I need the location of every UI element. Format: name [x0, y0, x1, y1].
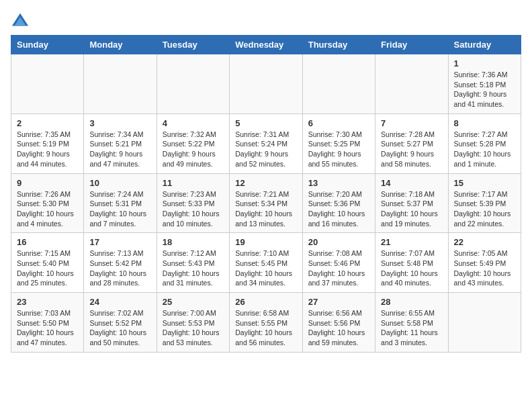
calendar-cell: 25Sunrise: 7:00 AM Sunset: 5:53 PM Dayli…	[157, 293, 229, 353]
day-number: 28	[381, 297, 442, 307]
day-info: Sunrise: 6:56 AM Sunset: 5:56 PM Dayligh…	[308, 308, 369, 348]
day-info: Sunrise: 7:24 AM Sunset: 5:31 PM Dayligh…	[89, 189, 150, 229]
calendar-cell: 28Sunrise: 6:55 AM Sunset: 5:58 PM Dayli…	[375, 293, 448, 353]
day-number: 26	[235, 297, 296, 307]
day-info: Sunrise: 7:18 AM Sunset: 5:37 PM Dayligh…	[381, 189, 442, 229]
day-info: Sunrise: 7:32 AM Sunset: 5:22 PM Dayligh…	[163, 130, 224, 169]
day-info: Sunrise: 7:21 AM Sunset: 5:34 PM Dayligh…	[235, 189, 296, 229]
day-number: 24	[89, 297, 150, 307]
day-number: 16	[17, 237, 78, 247]
calendar-cell: 20Sunrise: 7:08 AM Sunset: 5:46 PM Dayli…	[302, 233, 375, 293]
day-number: 9	[17, 178, 78, 188]
day-number: 13	[308, 178, 369, 188]
day-of-week-header: Thursday	[302, 36, 375, 54]
day-info: Sunrise: 6:55 AM Sunset: 5:58 PM Dayligh…	[381, 308, 442, 348]
day-number: 25	[163, 297, 224, 307]
day-info: Sunrise: 7:10 AM Sunset: 5:45 PM Dayligh…	[235, 248, 296, 288]
day-number: 12	[235, 178, 296, 188]
calendar-cell: 8Sunrise: 7:27 AM Sunset: 5:28 PM Daylig…	[448, 113, 521, 173]
calendar-cell: 5Sunrise: 7:31 AM Sunset: 5:24 PM Daylig…	[230, 113, 302, 173]
day-of-week-header: Sunday	[11, 36, 84, 54]
day-info: Sunrise: 7:26 AM Sunset: 5:30 PM Dayligh…	[17, 189, 78, 229]
day-info: Sunrise: 7:00 AM Sunset: 5:53 PM Dayligh…	[163, 308, 224, 348]
logo-icon	[11, 11, 30, 30]
day-number: 23	[17, 297, 78, 307]
calendar-cell	[230, 54, 302, 114]
day-of-week-header: Wednesday	[230, 36, 302, 54]
calendar-cell: 9Sunrise: 7:26 AM Sunset: 5:30 PM Daylig…	[11, 173, 84, 233]
day-number: 22	[454, 237, 515, 247]
day-number: 1	[454, 58, 515, 68]
day-number: 5	[235, 118, 296, 128]
calendar-cell: 12Sunrise: 7:21 AM Sunset: 5:34 PM Dayli…	[230, 173, 302, 233]
calendar-cell: 22Sunrise: 7:05 AM Sunset: 5:49 PM Dayli…	[448, 233, 521, 293]
calendar-cell: 14Sunrise: 7:18 AM Sunset: 5:37 PM Dayli…	[375, 173, 448, 233]
calendar-cell	[448, 293, 521, 353]
calendar-cell	[302, 54, 375, 114]
day-of-week-header: Monday	[84, 36, 157, 54]
calendar-cell: 6Sunrise: 7:30 AM Sunset: 5:25 PM Daylig…	[302, 113, 375, 173]
day-info: Sunrise: 6:58 AM Sunset: 5:55 PM Dayligh…	[235, 308, 296, 348]
day-number: 18	[163, 237, 224, 247]
calendar-cell: 15Sunrise: 7:17 AM Sunset: 5:39 PM Dayli…	[448, 173, 521, 233]
day-number: 11	[163, 178, 224, 188]
calendar-cell: 19Sunrise: 7:10 AM Sunset: 5:45 PM Dayli…	[230, 233, 302, 293]
calendar-cell	[11, 54, 84, 114]
calendar-cell: 24Sunrise: 7:02 AM Sunset: 5:52 PM Dayli…	[84, 293, 157, 353]
day-info: Sunrise: 7:20 AM Sunset: 5:36 PM Dayligh…	[308, 189, 369, 229]
day-info: Sunrise: 7:30 AM Sunset: 5:25 PM Dayligh…	[308, 130, 369, 169]
calendar-cell: 11Sunrise: 7:23 AM Sunset: 5:33 PM Dayli…	[157, 173, 229, 233]
day-info: Sunrise: 7:17 AM Sunset: 5:39 PM Dayligh…	[454, 189, 515, 229]
day-number: 3	[89, 118, 150, 128]
calendar-cell: 3Sunrise: 7:34 AM Sunset: 5:21 PM Daylig…	[84, 113, 157, 173]
day-info: Sunrise: 7:07 AM Sunset: 5:48 PM Dayligh…	[381, 248, 442, 288]
day-number: 2	[17, 118, 78, 128]
day-info: Sunrise: 7:28 AM Sunset: 5:27 PM Dayligh…	[381, 130, 442, 169]
calendar-cell	[157, 54, 229, 114]
day-of-week-header: Saturday	[448, 36, 521, 54]
calendar-cell	[84, 54, 157, 114]
day-of-week-header: Tuesday	[157, 36, 229, 54]
calendar-cell: 16Sunrise: 7:15 AM Sunset: 5:40 PM Dayli…	[11, 233, 84, 293]
day-number: 10	[89, 178, 150, 188]
day-info: Sunrise: 7:02 AM Sunset: 5:52 PM Dayligh…	[89, 308, 150, 348]
day-info: Sunrise: 7:27 AM Sunset: 5:28 PM Dayligh…	[454, 130, 515, 169]
day-info: Sunrise: 7:35 AM Sunset: 5:19 PM Dayligh…	[17, 130, 78, 169]
calendar-cell: 4Sunrise: 7:32 AM Sunset: 5:22 PM Daylig…	[157, 113, 229, 173]
calendar-table: SundayMondayTuesdayWednesdayThursdayFrid…	[11, 35, 521, 353]
calendar-cell: 10Sunrise: 7:24 AM Sunset: 5:31 PM Dayli…	[84, 173, 157, 233]
day-number: 8	[454, 118, 515, 128]
day-info: Sunrise: 7:08 AM Sunset: 5:46 PM Dayligh…	[308, 248, 369, 288]
calendar-cell: 18Sunrise: 7:12 AM Sunset: 5:43 PM Dayli…	[157, 233, 229, 293]
day-info: Sunrise: 7:36 AM Sunset: 5:18 PM Dayligh…	[454, 70, 515, 109]
day-number: 27	[308, 297, 369, 307]
calendar-cell: 1Sunrise: 7:36 AM Sunset: 5:18 PM Daylig…	[448, 54, 521, 114]
day-info: Sunrise: 7:05 AM Sunset: 5:49 PM Dayligh…	[454, 248, 515, 288]
calendar-cell: 7Sunrise: 7:28 AM Sunset: 5:27 PM Daylig…	[375, 113, 448, 173]
day-number: 6	[308, 118, 369, 128]
day-number: 20	[308, 237, 369, 247]
day-info: Sunrise: 7:12 AM Sunset: 5:43 PM Dayligh…	[163, 248, 224, 288]
calendar-cell: 21Sunrise: 7:07 AM Sunset: 5:48 PM Dayli…	[375, 233, 448, 293]
day-of-week-header: Friday	[375, 36, 448, 54]
day-info: Sunrise: 7:15 AM Sunset: 5:40 PM Dayligh…	[17, 248, 78, 288]
day-info: Sunrise: 7:03 AM Sunset: 5:50 PM Dayligh…	[17, 308, 78, 348]
calendar-cell: 27Sunrise: 6:56 AM Sunset: 5:56 PM Dayli…	[302, 293, 375, 353]
day-info: Sunrise: 7:34 AM Sunset: 5:21 PM Dayligh…	[89, 130, 150, 169]
day-number: 4	[163, 118, 224, 128]
day-info: Sunrise: 7:31 AM Sunset: 5:24 PM Dayligh…	[235, 130, 296, 169]
day-number: 17	[89, 237, 150, 247]
day-number: 21	[381, 237, 442, 247]
logo	[11, 11, 32, 30]
calendar-cell	[375, 54, 448, 114]
day-number: 19	[235, 237, 296, 247]
calendar-cell: 26Sunrise: 6:58 AM Sunset: 5:55 PM Dayli…	[230, 293, 302, 353]
calendar-cell: 17Sunrise: 7:13 AM Sunset: 5:42 PM Dayli…	[84, 233, 157, 293]
day-info: Sunrise: 7:23 AM Sunset: 5:33 PM Dayligh…	[163, 189, 224, 229]
page-header	[11, 11, 521, 30]
day-number: 14	[381, 178, 442, 188]
calendar-cell: 23Sunrise: 7:03 AM Sunset: 5:50 PM Dayli…	[11, 293, 84, 353]
day-number: 7	[381, 118, 442, 128]
calendar-cell: 2Sunrise: 7:35 AM Sunset: 5:19 PM Daylig…	[11, 113, 84, 173]
calendar-cell: 13Sunrise: 7:20 AM Sunset: 5:36 PM Dayli…	[302, 173, 375, 233]
